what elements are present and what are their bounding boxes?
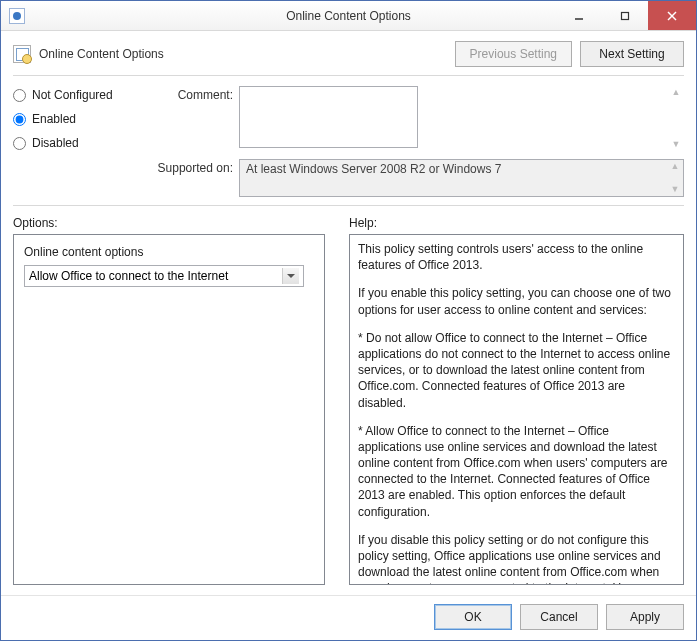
close-icon	[667, 11, 677, 21]
previous-setting-button[interactable]: Previous Setting	[455, 41, 572, 67]
window-buttons	[556, 1, 696, 30]
header-row: Online Content Options Previous Setting …	[1, 31, 696, 75]
help-text: * Allow Office to connect to the Interne…	[358, 423, 675, 520]
page-title: Online Content Options	[39, 47, 164, 61]
radio-disabled[interactable]: Disabled	[13, 136, 153, 150]
panels: Online content options Allow Office to c…	[1, 234, 696, 595]
options-heading: Options:	[13, 216, 325, 230]
config-row: Not Configured Enabled Disabled Comment:…	[1, 76, 696, 205]
apply-button[interactable]: Apply	[606, 604, 684, 630]
maximize-button[interactable]	[602, 1, 648, 30]
supported-value-box: At least Windows Server 2008 R2 or Windo…	[239, 159, 684, 197]
help-text: If you disable this policy setting or do…	[358, 532, 675, 585]
comment-row: Comment: ▲▼	[153, 86, 684, 151]
options-group-label: Online content options	[24, 245, 314, 259]
help-text: This policy setting controls users' acce…	[358, 241, 675, 273]
radio-not-configured-label: Not Configured	[32, 88, 113, 102]
options-combobox[interactable]: Allow Office to connect to the Internet	[24, 265, 304, 287]
svg-rect-1	[622, 12, 629, 19]
minimize-icon	[574, 11, 584, 21]
minimize-button[interactable]	[556, 1, 602, 30]
comment-input[interactable]	[239, 86, 418, 148]
section-labels: Options: Help:	[1, 206, 696, 234]
footer: OK Cancel Apply	[1, 595, 696, 640]
radio-enabled-label: Enabled	[32, 112, 76, 126]
comment-label: Comment:	[153, 86, 233, 102]
app-icon	[9, 8, 25, 24]
help-heading: Help:	[349, 216, 377, 230]
titlebar: Online Content Options	[1, 1, 696, 31]
ok-button[interactable]: OK	[434, 604, 512, 630]
fields: Comment: ▲▼ Supported on: At least Windo…	[153, 86, 684, 197]
radio-enabled-input[interactable]	[13, 113, 26, 126]
options-combobox-value: Allow Office to connect to the Internet	[29, 269, 228, 283]
radio-not-configured[interactable]: Not Configured	[13, 88, 153, 102]
radio-disabled-input[interactable]	[13, 137, 26, 150]
next-setting-button[interactable]: Next Setting	[580, 41, 684, 67]
radio-not-configured-input[interactable]	[13, 89, 26, 102]
radio-disabled-label: Disabled	[32, 136, 79, 150]
options-panel: Online content options Allow Office to c…	[13, 234, 325, 585]
cancel-button[interactable]: Cancel	[520, 604, 598, 630]
policy-icon	[13, 45, 31, 63]
radio-enabled[interactable]: Enabled	[13, 112, 153, 126]
supported-row: Supported on: At least Windows Server 20…	[153, 159, 684, 197]
close-button[interactable]	[648, 1, 696, 30]
maximize-icon	[620, 11, 630, 21]
chevron-down-icon	[282, 268, 299, 284]
help-panel[interactable]: This policy setting controls users' acce…	[349, 234, 684, 585]
help-text: If you enable this policy setting, you c…	[358, 285, 675, 317]
help-text: * Do not allow Office to connect to the …	[358, 330, 675, 411]
supported-value: At least Windows Server 2008 R2 or Windo…	[246, 162, 501, 176]
state-radios: Not Configured Enabled Disabled	[13, 86, 153, 197]
supported-label: Supported on:	[153, 159, 233, 175]
